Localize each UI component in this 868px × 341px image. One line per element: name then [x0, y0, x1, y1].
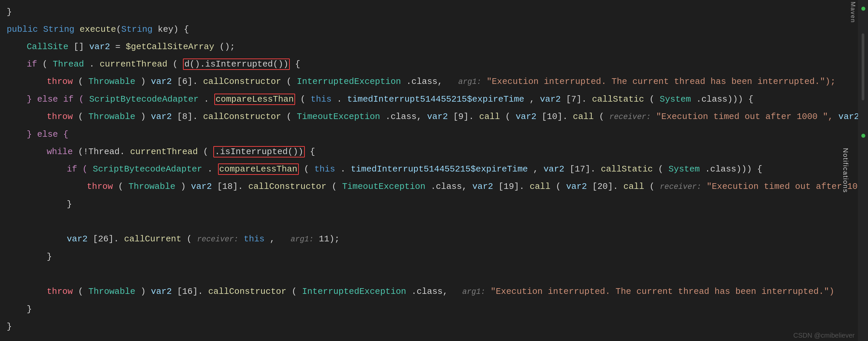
- green-indicator-mid: [861, 134, 865, 138]
- line-empty-3: [7, 335, 858, 341]
- line-else-if: } else if ( ScriptBytecodeAdapter . comp…: [7, 91, 858, 108]
- line-close-else: }: [7, 301, 858, 318]
- line-close-method: }: [7, 318, 858, 335]
- line-throw-4: throw ( Throwable ) var2 [16]. callConst…: [7, 283, 858, 301]
- green-indicator-top: [861, 7, 865, 11]
- line-call-current: var2 [26]. callCurrent ( receiver: this …: [7, 230, 858, 248]
- maven-label: Maven: [849, 2, 856, 23]
- line-empty-2: [7, 265, 858, 283]
- line-if-inner: if ( ScriptBytecodeAdapter . compareLess…: [7, 161, 858, 178]
- line-if-thread: if ( Thread . currentThread ( d().isInte…: [7, 56, 858, 73]
- line-else: } else {: [7, 126, 858, 143]
- kw-public: public: [7, 21, 38, 38]
- kw-string: String: [43, 21, 74, 38]
- line-arrow: }: [7, 3, 858, 21]
- notifications-label[interactable]: Notifications: [842, 148, 849, 193]
- method-execute: execute: [80, 21, 116, 38]
- line-throw-2: throw ( Throwable ) var2 [8]. callConstr…: [7, 108, 858, 126]
- code-editor: } public String execute ( String key) { …: [0, 0, 858, 341]
- line-empty-1: [7, 213, 858, 230]
- line-throw-3: throw ( Throwable ) var2 [18]. callConst…: [7, 178, 858, 196]
- line-method-sig: public String execute ( String key) {: [7, 21, 858, 38]
- arrow-indicator: }: [7, 3, 12, 21]
- line-while: while (!Thread. currentThread ( .isInter…: [7, 143, 858, 161]
- line-callsite: CallSite [] var2 = $getCallSiteArray ();: [7, 38, 858, 56]
- line-close-if: }: [7, 196, 858, 213]
- csdn-watermark: CSDN @cmibeliever: [793, 332, 855, 339]
- line-throw-1: throw ( Throwable ) var2 [6]. callConstr…: [7, 73, 858, 91]
- right-sidebar: Notifications: [858, 0, 868, 341]
- line-close-while: }: [7, 248, 858, 265]
- scrollbar-thumb[interactable]: [862, 33, 864, 100]
